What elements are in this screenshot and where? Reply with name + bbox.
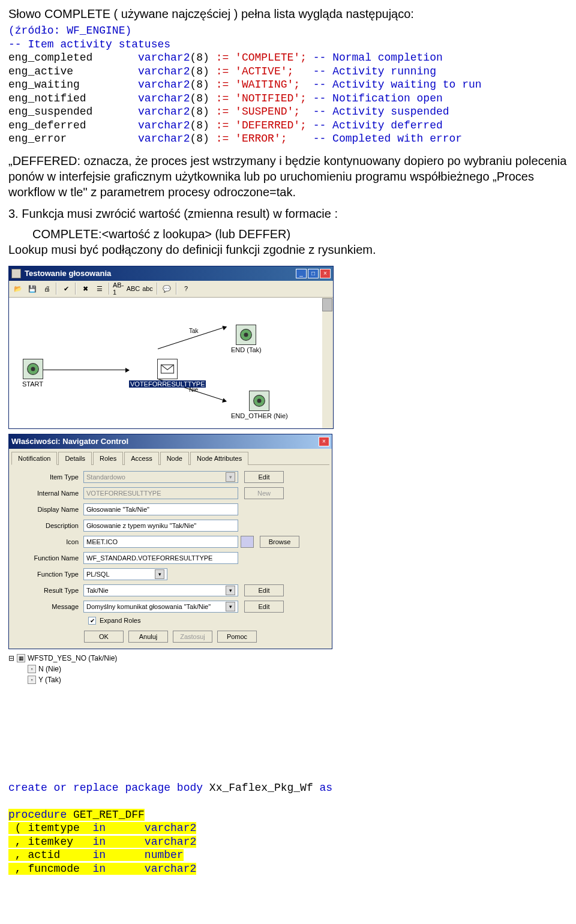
input-display[interactable]: Głosowanie "Tak/Nie" — [83, 503, 238, 515]
code-block-1: (źródło: WF_ENGINE) -- Item activity sta… — [8, 24, 568, 146]
envelope-icon — [157, 359, 178, 379]
abc-icon[interactable]: ABC — [127, 282, 140, 295]
properties-dialog: Właściwości: Navigator Control × Notific… — [8, 434, 332, 649]
dialog-close-button[interactable]: × — [319, 437, 329, 446]
help-button[interactable]: Pomoc — [217, 631, 257, 643]
paragraph-deferred: „DEFFERED: oznacza, że proces jest wstrz… — [8, 153, 568, 200]
props-icon[interactable]: ☰ — [93, 282, 106, 295]
tree-node-n[interactable]: N (Nie) — [38, 664, 61, 674]
input-icon[interactable]: MEET.ICO — [83, 536, 238, 548]
tab-details[interactable]: Details — [58, 452, 92, 465]
tab-notification[interactable]: Notification — [11, 452, 57, 465]
lbl-internal: Internal Name — [17, 490, 83, 497]
ok-button[interactable]: OK — [84, 631, 124, 643]
lbl-ftype: Function Type — [17, 571, 83, 578]
label-tak: Tak — [189, 328, 199, 334]
tree-node-y[interactable]: Y (Tak) — [38, 674, 61, 685]
gear-icon — [23, 359, 43, 379]
lbl-expand: Expand Roles — [100, 617, 141, 624]
chevron-down-icon[interactable]: ▾ — [226, 586, 235, 595]
node-end-label: END (Tak) — [230, 346, 263, 353]
browse-button[interactable]: Browse — [260, 536, 299, 548]
minimize-button[interactable]: _ — [296, 269, 307, 278]
tab-node-attributes[interactable]: Node Attributes — [190, 452, 248, 465]
paragraph-3: 3. Funkcja musi zwrócić wartość (zmienna… — [8, 206, 568, 221]
print-icon[interactable]: 🖨 — [40, 282, 53, 295]
tree-node-root[interactable]: WFSTD_YES_NO (Tak/Nie) — [28, 653, 117, 664]
close-button[interactable]: × — [320, 269, 331, 278]
gear-icon — [249, 391, 269, 411]
edit-button-2[interactable]: Edit — [244, 584, 284, 596]
svg-point-1 — [31, 367, 35, 371]
apply-button: Zastosuj — [173, 631, 212, 643]
input-msg[interactable]: Domyślny komunikat głosowania "Tak/Nie"▾ — [83, 601, 238, 613]
input-fname[interactable]: WF_STANDARD.VOTEFORRESULTTYPE — [83, 552, 238, 564]
gear-icon — [236, 325, 256, 345]
tab-roles[interactable]: Roles — [93, 452, 123, 465]
svg-point-4 — [244, 332, 248, 337]
cancel-button[interactable]: Anuluj — [128, 631, 168, 643]
dialog-title: Właściwości: Navigator Control — [11, 437, 128, 446]
toolbar: 📂 💾 🖨 ✔ ✖ ☰ AB-1 ABC abc 💬 ? — [9, 281, 333, 298]
input-ftype[interactable]: PL/SQL▾ — [83, 568, 167, 580]
workflow-canvas[interactable]: Tak Nie START VOTEFORRESULTTYPE END (Tak… — [9, 298, 333, 428]
chevron-down-icon[interactable]: ▾ — [155, 569, 164, 579]
arrow-start-vote — [39, 370, 129, 370]
tree-leaf-icon: ▫ — [28, 676, 36, 684]
edit-button-3[interactable]: Edit — [244, 601, 284, 613]
chevron-down-icon[interactable]: ▾ — [226, 602, 235, 611]
app-icon — [11, 269, 21, 278]
ab1-icon[interactable]: AB-1 — [112, 282, 125, 295]
paragraph-3b: COMPLETE:<wartość z lookupa> (lub DEFFER… — [32, 226, 568, 242]
edit-button[interactable]: Edit — [244, 471, 284, 483]
input-rtype[interactable]: Tak/Nie▾ — [83, 584, 238, 596]
maximize-button[interactable]: □ — [308, 269, 319, 278]
lbl-rtype: Result Type — [17, 587, 83, 594]
code-block-2: create or replace package body Xx_Faflex… — [8, 781, 568, 876]
icon-preview — [241, 536, 254, 548]
node-vote-label: VOTEFORRESULTTYPE — [129, 380, 206, 388]
intro-line1: Słowo COMPLETE ( używane najczęściej ) p… — [8, 6, 568, 22]
help-icon[interactable]: ? — [179, 282, 193, 295]
open-icon[interactable]: 📂 — [11, 282, 25, 295]
svg-point-6 — [257, 398, 262, 403]
tabs: Notification Details Roles Access Node N… — [11, 451, 329, 465]
delete-icon[interactable]: ✖ — [79, 282, 92, 295]
lbl-display: Display Name — [17, 506, 83, 513]
balloon-icon[interactable]: 💬 — [160, 282, 173, 295]
verify-icon[interactable]: ✔ — [59, 282, 73, 295]
save-icon[interactable]: 💾 — [26, 282, 39, 295]
tree-minus-icon[interactable]: ⊟ — [8, 653, 14, 664]
lbl-icon: Icon — [17, 538, 83, 545]
node-endother[interactable]: END_OTHER (Nie) — [230, 391, 289, 419]
paragraph-3c: Lookup musi być podłączony do definicji … — [8, 242, 568, 257]
lbl-msg: Message — [17, 603, 83, 610]
workflow-window: Testowanie głosowania _ □ × 📂 💾 🖨 ✔ ✖ ☰ … — [8, 266, 334, 429]
lbl-itemtype: Item Type — [17, 473, 83, 481]
tab-access[interactable]: Access — [124, 452, 158, 465]
lbl-fname: Function Name — [17, 554, 83, 562]
node-end[interactable]: END (Tak) — [230, 325, 263, 353]
lbl-desc: Description — [17, 522, 83, 529]
expand-roles-checkbox[interactable]: ✔ — [88, 617, 96, 625]
node-start-label: START — [21, 380, 44, 388]
input-internal: VOTEFORRESULTTYPE — [83, 487, 238, 499]
lookup-tree: ⊟▦WFSTD_YES_NO (Tak/Nie) ▫N (Nie) ▫Y (Ta… — [8, 653, 568, 685]
tree-leaf-icon: ▫ — [28, 665, 36, 673]
chevron-down-icon: ▾ — [226, 472, 235, 482]
window-title: Testowanie głosowania — [25, 269, 111, 278]
abc2-icon[interactable]: abc — [141, 282, 154, 295]
input-desc[interactable]: Głosowanie z typem wyniku "Tak/Nie" — [83, 520, 238, 532]
tree-folder-icon: ▦ — [17, 654, 25, 662]
node-start[interactable]: START — [21, 359, 44, 388]
node-endother-label: END_OTHER (Nie) — [230, 412, 289, 419]
new-button: New — [244, 487, 284, 499]
input-itemtype: Standardowo▾ — [83, 471, 238, 483]
tab-node[interactable]: Node — [160, 452, 189, 465]
node-vote[interactable]: VOTEFORRESULTTYPE — [129, 359, 206, 388]
